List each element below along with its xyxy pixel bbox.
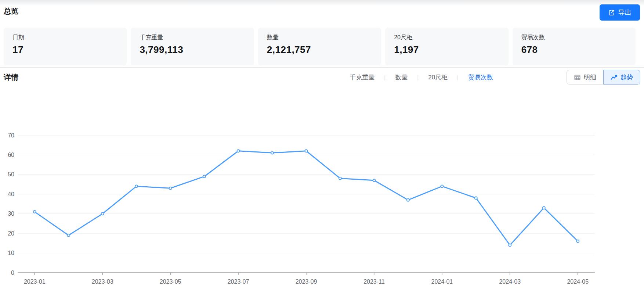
- stat-card: 数量2,121,757: [258, 28, 381, 65]
- section-divider: [0, 67, 644, 68]
- data-point: [33, 211, 36, 213]
- y-axis-label: 0: [11, 270, 14, 276]
- x-axis-label: 2024-01: [431, 279, 453, 285]
- stat-card: 贸易次数678: [513, 28, 636, 65]
- view-toggle-label: 趋势: [621, 73, 633, 82]
- data-point: [509, 244, 511, 247]
- x-axis-label: 2023-09: [296, 279, 317, 285]
- stat-card-label: 20尺柜: [394, 34, 499, 42]
- data-point: [339, 177, 341, 180]
- x-axis-label: 2023-11: [363, 279, 385, 285]
- trend-icon: [611, 74, 618, 81]
- trend-chart: 0102030405060702023-012023-032023-052023…: [0, 110, 644, 291]
- data-point: [543, 206, 545, 209]
- tab-separator: |: [457, 74, 459, 80]
- table-icon: [574, 74, 581, 81]
- stat-card-value: 2,121,757: [267, 44, 372, 55]
- export-icon: [608, 9, 615, 16]
- x-axis-label: 2023-03: [92, 279, 113, 285]
- data-point: [67, 234, 70, 237]
- data-point: [305, 150, 308, 152]
- data-point: [373, 179, 375, 182]
- metric-tab-数量[interactable]: 数量: [395, 73, 408, 82]
- metric-tab-20尺柜[interactable]: 20尺柜: [428, 73, 448, 82]
- stat-card: 日期17: [4, 28, 127, 65]
- y-axis-label: 50: [8, 171, 14, 177]
- stat-card-value: 17: [12, 44, 118, 55]
- stat-card-value: 678: [521, 44, 627, 55]
- x-axis-label: 2024-03: [499, 279, 521, 285]
- page-title: 总览: [4, 6, 18, 16]
- stat-card-label: 千克重量: [140, 34, 245, 42]
- data-point: [271, 152, 274, 154]
- trend-line: [35, 151, 578, 245]
- export-button[interactable]: 导出: [600, 4, 640, 21]
- view-toggle-明细[interactable]: 明细: [567, 70, 603, 85]
- metric-tabs: 千克重量|数量|20尺柜|贸易次数: [350, 73, 493, 82]
- stat-card-label: 数量: [267, 34, 372, 42]
- stat-card: 20尺柜1,197: [385, 28, 508, 65]
- y-axis-label: 20: [8, 230, 14, 237]
- stat-card-label: 日期: [12, 34, 118, 42]
- metric-tab-千克重量[interactable]: 千克重量: [350, 73, 375, 82]
- stat-card-label: 贸易次数: [521, 34, 627, 42]
- dashboard-page: 总览 导出 日期17千克重量3,799,113数量2,121,75720尺柜1,…: [0, 0, 644, 291]
- y-axis-label: 60: [8, 152, 14, 158]
- x-axis-label: 2023-01: [24, 279, 46, 285]
- stat-card-value: 3,799,113: [140, 44, 245, 55]
- y-axis-label: 30: [8, 211, 14, 217]
- data-point: [407, 199, 409, 201]
- data-point: [203, 175, 206, 178]
- details-header: 详情 千克重量|数量|20尺柜|贸易次数 明细趋势: [4, 69, 640, 85]
- data-point: [576, 240, 579, 242]
- details-title: 详情: [4, 72, 18, 82]
- x-axis-label: 2023-07: [228, 279, 249, 285]
- data-point: [237, 150, 240, 152]
- top-gradient: [0, 0, 644, 6]
- metric-tab-贸易次数[interactable]: 贸易次数: [468, 73, 493, 82]
- view-toggle: 明细趋势: [567, 70, 640, 85]
- data-point: [101, 212, 104, 215]
- tab-separator: |: [417, 74, 419, 80]
- view-toggle-label: 明细: [584, 73, 596, 82]
- view-toggle-趋势[interactable]: 趋势: [603, 70, 640, 85]
- stat-card: 千克重量3,799,113: [131, 28, 254, 65]
- stat-cards: 日期17千克重量3,799,113数量2,121,75720尺柜1,197贸易次…: [4, 28, 636, 65]
- export-button-label: 导出: [618, 8, 632, 17]
- y-axis-label: 70: [8, 132, 14, 139]
- stat-card-value: 1,197: [394, 44, 499, 55]
- y-axis-label: 40: [8, 191, 14, 197]
- y-axis-label: 10: [8, 250, 14, 256]
- tab-separator: |: [384, 74, 386, 80]
- data-point: [135, 185, 138, 187]
- data-point: [475, 197, 477, 199]
- data-point: [441, 185, 443, 187]
- x-axis-label: 2023-05: [160, 279, 181, 285]
- data-point: [169, 187, 172, 190]
- x-axis-label: 2024-05: [567, 279, 589, 285]
